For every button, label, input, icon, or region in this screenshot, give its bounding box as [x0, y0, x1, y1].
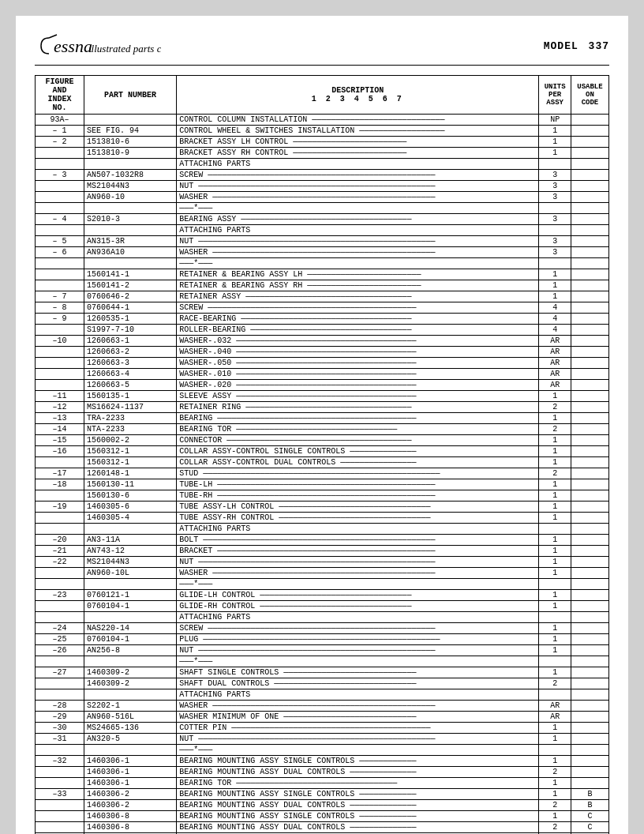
- cell-usable-code: [571, 479, 608, 490]
- cell-description: RACE-BEARING ———————————————————————————…: [177, 314, 539, 325]
- table-row: 0760104-1 GLIDE-RH CONTROL —————————————…: [36, 601, 609, 612]
- page: essna illustrated parts catalog MODEL 33…: [16, 16, 628, 834]
- cell-figure: [36, 203, 84, 214]
- cell-usable-code: [571, 601, 608, 612]
- table-row: ———*———: [36, 745, 609, 756]
- catalog-text: illustrated parts catalog: [88, 43, 161, 54]
- cell-usable-code: [571, 269, 608, 280]
- cell-figure: [36, 148, 84, 159]
- table-row: –29AN960-516LWASHER MINIMUM OF ONE —————…: [36, 712, 609, 723]
- cell-part-number: AN743-12: [84, 546, 176, 557]
- table-row: – 5AN315-3RNUT —————————————————————————…: [36, 236, 609, 247]
- cell-units: NP: [539, 115, 571, 126]
- cell-units: 1: [539, 667, 571, 678]
- cell-figure: [36, 269, 84, 280]
- cell-description: SCREW ——————————————————————————————————…: [177, 170, 539, 181]
- cell-part-number: 1260663-1: [84, 336, 176, 347]
- cell-usable-code: [571, 402, 608, 413]
- cell-description: BEARING ASSY ———————————————————————————…: [177, 214, 539, 225]
- cell-description: NUT ————————————————————————————————————…: [177, 645, 539, 656]
- cell-units: [539, 258, 571, 269]
- cell-figure: –32: [36, 756, 84, 767]
- table-row: 1560312-1COLLAR ASSY-CONTROL DUAL CONTRO…: [36, 457, 609, 468]
- table-row: –24NAS220-14SCREW ——————————————————————…: [36, 623, 609, 634]
- cell-figure: –13: [36, 413, 84, 424]
- cell-part-number: AN960-516L: [84, 712, 176, 723]
- cell-figure: [36, 513, 84, 524]
- cell-usable-code: [571, 314, 608, 325]
- cell-units: 1: [539, 269, 571, 280]
- cell-figure: – 5: [36, 236, 84, 247]
- cell-figure: [36, 225, 84, 236]
- cell-usable-code: [571, 502, 608, 513]
- cell-part-number: 0760104-1: [84, 601, 176, 612]
- cell-part-number: AN960-10L: [84, 568, 176, 579]
- table-row: – 6AN936A10WASHER ——————————————————————…: [36, 247, 609, 258]
- cell-units: 4: [539, 302, 571, 314]
- cell-units: 1: [539, 546, 571, 557]
- cell-part-number: [84, 579, 176, 590]
- cell-part-number: 0760104-1: [84, 634, 176, 645]
- cell-description: ATTACHING PARTS: [177, 524, 539, 535]
- cell-part-number: [84, 656, 176, 667]
- cell-units: [539, 656, 571, 667]
- cell-figure: –27: [36, 667, 84, 678]
- cell-description: RETAINER ASSY ——————————————————————————…: [177, 291, 539, 302]
- cell-figure: –24: [36, 623, 84, 634]
- table-row: S1997-7-10 ROLLER-BEARING ——————————————…: [36, 325, 609, 336]
- cell-part-number: AN960-10: [84, 192, 176, 203]
- cell-usable-code: [571, 159, 608, 170]
- cell-part-number: 1460305-6: [84, 502, 176, 513]
- cell-part-number: MS21044N3: [84, 181, 176, 192]
- cell-usable-code: [571, 767, 608, 778]
- cell-description: COLLAR ASSY-CONTROL SINGLE CONTROLS ————…: [177, 446, 539, 457]
- table-row: 1260663-4 WASHER-.010 ——————————————————…: [36, 369, 609, 380]
- table-row: 1460306-2BEARING MOUNTING ASSY DUAL CONT…: [36, 800, 609, 811]
- cell-usable-code: [571, 612, 608, 623]
- cell-figure: [36, 778, 84, 789]
- cell-description: BEARING MOUNTING ASSY SINGLE CONTROLS ——…: [177, 756, 539, 767]
- cell-figure: [36, 524, 84, 535]
- cell-figure: [36, 325, 84, 336]
- cell-units: 3: [539, 214, 571, 225]
- cell-part-number: AN3-11A: [84, 535, 176, 546]
- cell-description: CONTROL WHEEL & SWITCHES INSTALLATION ——…: [177, 126, 539, 137]
- cell-figure: –18: [36, 479, 84, 490]
- cell-description: STUD ———————————————————————————————————…: [177, 468, 539, 479]
- cell-figure: [36, 612, 84, 623]
- table-row: ———*———: [36, 579, 609, 590]
- table-row: – 21513810-6BRACKET ASSY LH CONTROL ————…: [36, 137, 609, 148]
- table-row: 1260663-5 WASHER-.020 ——————————————————…: [36, 380, 609, 391]
- table-row: ATTACHING PARTS: [36, 689, 609, 701]
- cell-units: 2: [539, 800, 571, 811]
- cell-figure: – 2: [36, 137, 84, 148]
- cell-units: 1: [539, 291, 571, 302]
- cell-figure: [36, 192, 84, 203]
- cell-units: [539, 689, 571, 701]
- cell-part-number: [84, 689, 176, 701]
- table-row: ———*———: [36, 656, 609, 667]
- table-row: – 1SEE FIG. 94CONTROL WHEEL & SWITCHES I…: [36, 126, 609, 137]
- cell-part-number: 1560141-2: [84, 280, 176, 291]
- table-row: 1560141-2RETAINER & BEARING ASSY RH ————…: [36, 280, 609, 291]
- cell-description: ATTACHING PARTS: [177, 612, 539, 623]
- cell-description: SCREW ——————————————————————————————————…: [177, 302, 539, 314]
- cell-usable-code: [571, 369, 608, 380]
- cell-part-number: 0760646-2: [84, 291, 176, 302]
- th-part-number: PART NUMBER: [84, 76, 176, 115]
- table-row: MS21044N3NUT ———————————————————————————…: [36, 181, 609, 192]
- cell-part-number: MS24665-136: [84, 723, 176, 734]
- cell-usable-code: [571, 656, 608, 667]
- cell-description: CONTROL COLUMN INSTALLATION ————————————…: [177, 115, 539, 126]
- cell-description: PLUG ———————————————————————————————————…: [177, 634, 539, 645]
- cell-part-number: 1460306-2: [84, 789, 176, 800]
- cell-figure: –12: [36, 402, 84, 413]
- cell-description: WASHER MINIMUM OF ONE ——————————————————…: [177, 712, 539, 723]
- cell-part-number: 1460305-4: [84, 513, 176, 524]
- cell-figure: –25: [36, 634, 84, 645]
- table-row: –14NTA-2233 BEARING TOR ————————————————…: [36, 424, 609, 435]
- th-units: UNITSPERASSY: [539, 76, 571, 115]
- cell-figure: [36, 800, 84, 811]
- cell-usable-code: [571, 546, 608, 557]
- cell-usable-code: [571, 513, 608, 524]
